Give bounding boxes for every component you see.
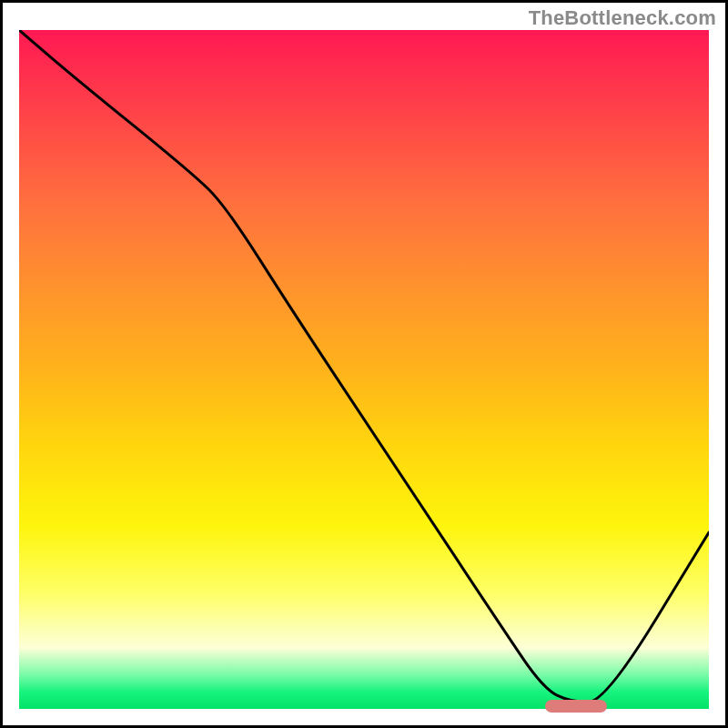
watermark-label: TheBottleneck.com: [529, 6, 716, 30]
optimal-range-marker: [545, 700, 607, 713]
chart-frame: TheBottleneck.com: [0, 0, 728, 728]
curve-svg: [19, 30, 709, 709]
bottleneck-curve: [19, 30, 709, 703]
plot-area: [19, 30, 709, 709]
